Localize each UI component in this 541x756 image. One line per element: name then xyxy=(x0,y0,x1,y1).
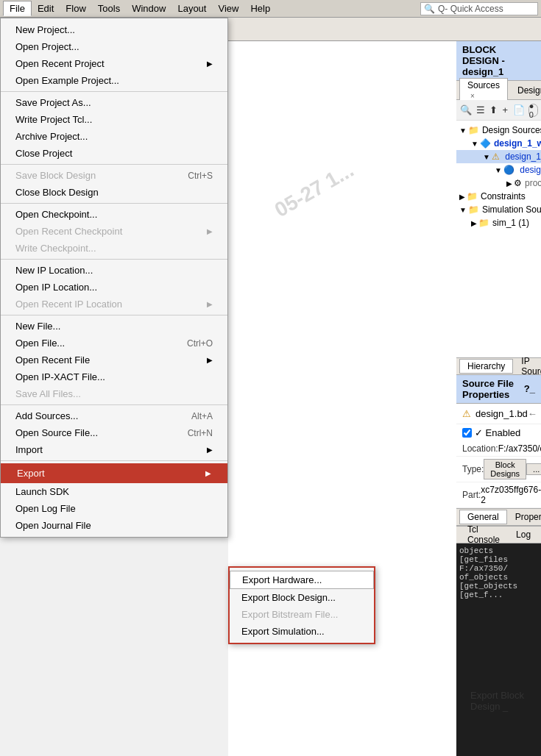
search-icon: 🔍 xyxy=(424,4,435,14)
menu-close-block[interactable]: Close Block Design xyxy=(1,184,227,201)
menu-tools[interactable]: Tools xyxy=(92,1,126,15)
tree-design-sources[interactable]: ▼ 📁 Design Sources (1) xyxy=(456,124,541,137)
tree-processing-sys[interactable]: ▶ ⚙ processing_system7_0 : design_1_pr..… xyxy=(456,176,541,190)
menu-layout[interactable]: Layout xyxy=(172,1,212,15)
tcl-console: objects [get_files F:/ax7350/ of_objects… xyxy=(456,543,541,757)
console-line-2: of_objects [get_objects [get_f... xyxy=(459,573,538,599)
file-tree: ▼ 📁 Design Sources (1) ▼ 🔷 design_1_wrap… xyxy=(456,121,541,357)
add-source-btn[interactable]: + xyxy=(501,102,509,118)
tree-design-wrapper[interactable]: ▼ 🔷 design_1_wrapper (design_1_wrapper.v… xyxy=(456,137,541,150)
menu-view[interactable]: View xyxy=(212,1,244,15)
menu-new-project[interactable]: New Project... xyxy=(1,21,227,38)
sep-4 xyxy=(1,259,227,260)
type-label: Type: xyxy=(462,464,484,474)
prop-filename: design_1.bd xyxy=(475,408,528,419)
doc-btn[interactable]: 📄 xyxy=(512,102,526,118)
menu-save-block[interactable]: Save Block Design Ctrl+S xyxy=(1,167,227,184)
menu-open-log[interactable]: Open Log File xyxy=(1,500,227,517)
tab-sources-close[interactable]: × xyxy=(470,92,475,100)
menu-save-all[interactable]: Save All Files... xyxy=(1,385,227,402)
menu-open-recent-ip[interactable]: Open Recent IP Location▶ xyxy=(1,296,227,313)
menu-open-project[interactable]: Open Project... xyxy=(1,38,227,55)
enabled-label: ✓ Enabled xyxy=(475,427,520,438)
menu-close-project[interactable]: Close Project xyxy=(1,145,227,162)
file-menu-dropdown: New Project... Open Project... Open Rece… xyxy=(0,18,228,538)
prop-part-row: Part: xc7z035ffg676-2 xyxy=(456,482,541,508)
menu-open-checkpoint[interactable]: Open Checkpoint... xyxy=(1,206,227,223)
menu-open-journal[interactable]: Open Journal File xyxy=(1,517,227,534)
menu-flow[interactable]: Flow xyxy=(60,1,91,15)
sources-tabs: Sources × Design Signals ? xyxy=(456,81,541,100)
sep-5 xyxy=(1,315,227,315)
source-badge: ● 0 xyxy=(528,104,538,117)
sources-toolbar: 🔍 ☰ ⬆ + 📄 ● 0 xyxy=(456,100,541,121)
filter-btn[interactable]: ☰ xyxy=(475,102,486,118)
file-warning-icon: ⚠ xyxy=(462,408,471,419)
menu-help[interactable]: Help xyxy=(244,1,276,15)
part-value: xc7z035ffg676-2 xyxy=(481,485,541,505)
prop-header: Source File Properties ? _ xyxy=(456,375,541,404)
bottom-tabs: Hierarchy IP Sources Libraries Compile O… xyxy=(456,357,541,375)
menu-launch-sdk[interactable]: Launch SDK xyxy=(1,483,227,500)
menu-open-file[interactable]: Open File... Ctrl+O xyxy=(1,335,227,352)
menu-open-source[interactable]: Open Source File... Ctrl+N xyxy=(1,424,227,441)
menu-export[interactable]: Export ▶ xyxy=(1,463,227,483)
tree-sim-sources[interactable]: ▼ 📁 Simulation Sources (1) xyxy=(456,203,541,216)
menu-save-as[interactable]: Save Project As... xyxy=(1,94,227,111)
tab-sources[interactable]: Sources × xyxy=(459,78,508,103)
tree-sim1[interactable]: ▶ 📁 sim_1 (1) xyxy=(456,216,541,229)
export-hardware-item[interactable]: Export Hardware... xyxy=(230,571,374,589)
enabled-checkbox[interactable] xyxy=(462,428,472,438)
menu-archive[interactable]: Archive Project... xyxy=(1,128,227,145)
properties-panel: Source File Properties ? _ ⚠ design_1.bd… xyxy=(456,375,541,508)
search-sources-btn[interactable]: 🔍 xyxy=(459,102,473,118)
prop-tab-properties[interactable]: Properties xyxy=(507,510,541,524)
prop-location-row: Location: F:/ax7350/demo/ps_hello/ps_hel… xyxy=(456,441,541,457)
tree-constraints[interactable]: ▶ 📁 Constraints xyxy=(456,190,541,203)
console-section: Tcl Console Log Reports Design F... ⏺ 🗑 … xyxy=(456,526,541,757)
prop-enabled-row: ✓ Enabled xyxy=(456,424,541,441)
menu-open-recent-checkpoint[interactable]: Open Recent Checkpoint▶ xyxy=(1,223,227,240)
export-bitstream-item[interactable]: Export Bitstream File... xyxy=(230,606,374,623)
menu-file[interactable]: File xyxy=(3,1,32,16)
menu-bar: File Edit Flow Tools Window Layout View … xyxy=(0,0,541,18)
menu-new-ip[interactable]: New IP Location... xyxy=(1,262,227,279)
tab-design[interactable]: Design xyxy=(509,83,541,98)
part-label: Part: xyxy=(462,490,481,500)
sep-3 xyxy=(1,203,227,204)
menu-open-ip-xact[interactable]: Open IP-XACT File... xyxy=(1,368,227,385)
type-more-btn[interactable]: ... xyxy=(526,463,541,475)
prop-type-row: Type: Block Designs ... xyxy=(456,457,541,482)
export-simulation-item[interactable]: Export Simulation... xyxy=(230,623,374,640)
menu-import[interactable]: Import▶ xyxy=(1,441,227,458)
quick-access-box[interactable]: 🔍 Q- Quick Access xyxy=(420,2,538,15)
sep-2 xyxy=(1,164,227,165)
menu-open-ip[interactable]: Open IP Location... xyxy=(1,279,227,296)
tree-design1-i[interactable]: ▼ ⚠ design_1_i : design_1 (design_1.bd) … xyxy=(456,150,541,163)
menu-write-tcl[interactable]: Write Project Tcl... xyxy=(1,111,227,128)
export-submenu: Export Hardware... Export Block Design..… xyxy=(228,566,375,644)
menu-new-file[interactable]: New File... xyxy=(1,318,227,335)
prop-title: Source File Properties xyxy=(462,378,524,400)
menu-window[interactable]: Window xyxy=(126,1,172,15)
sort-btn[interactable]: ⬆ xyxy=(489,102,498,118)
console-line-1: objects [get_files F:/ax7350/ xyxy=(459,546,538,573)
menu-write-checkpoint[interactable]: Write Checkpoint... xyxy=(1,240,227,257)
menu-open-recent[interactable]: Open Recent Project▶ xyxy=(1,55,227,72)
console-tabs: Tcl Console Log Reports Design F... ⏺ 🗑 xyxy=(456,526,541,543)
export-block-design-item[interactable]: Export Block Design... xyxy=(230,589,374,606)
prop-close[interactable]: _ xyxy=(530,383,535,394)
log-tab[interactable]: Log xyxy=(508,527,539,542)
prop-help[interactable]: ? xyxy=(524,383,530,394)
menu-edit[interactable]: Edit xyxy=(32,1,60,15)
sep-1 xyxy=(1,91,227,92)
menu-add-sources[interactable]: Add Sources... Alt+A xyxy=(1,407,227,424)
location-label: Location: xyxy=(462,443,498,454)
type-value-btn[interactable]: Block Designs xyxy=(484,459,526,479)
menu-open-recent-file[interactable]: Open Recent File▶ xyxy=(1,352,227,368)
quick-access-label: Q- Quick Access xyxy=(438,4,503,14)
tree-design1-v[interactable]: ▼ 🔵 design_1 (design_1.v) (1) xyxy=(456,163,541,176)
btab-hierarchy[interactable]: Hierarchy xyxy=(459,359,513,374)
sep-7 xyxy=(1,460,227,461)
menu-open-example[interactable]: Open Example Project... xyxy=(1,72,227,89)
